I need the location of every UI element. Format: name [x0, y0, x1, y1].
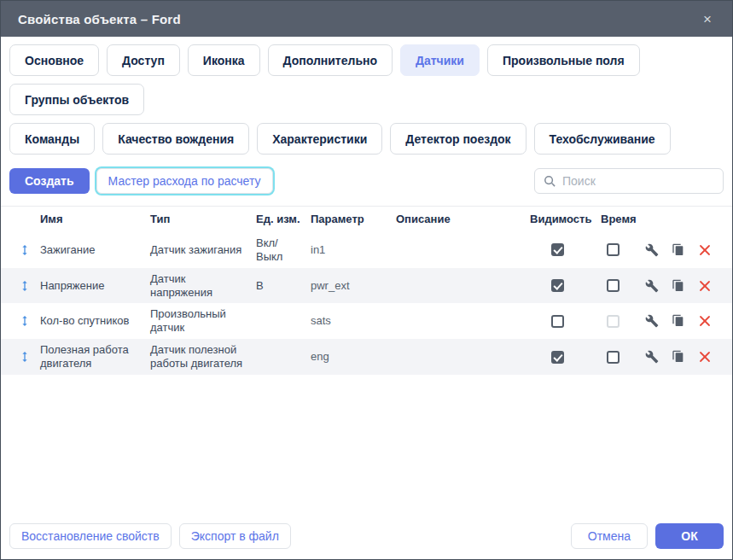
visibility-checkbox[interactable]: [551, 351, 564, 364]
sensor-param: pwr_ext: [311, 279, 396, 293]
tab-access[interactable]: Доступ: [107, 44, 180, 76]
restore-properties-button[interactable]: Восстановление свойств: [9, 523, 172, 549]
create-sensor-button[interactable]: Создать: [9, 168, 90, 194]
col-name: Имя: [40, 213, 150, 226]
sensor-type: Датчик полезной работы двигателя: [150, 343, 256, 370]
sensor-name: Напряжение: [40, 279, 150, 293]
sensors-table: Имя Тип Ед. изм. Параметр Описание Видим…: [1, 206, 732, 375]
table-row: Полезная работа двигателя Датчик полезно…: [1, 339, 732, 375]
search-input[interactable]: [562, 174, 714, 188]
export-to-file-button[interactable]: Экспорт в файл: [179, 523, 291, 549]
drag-handle-icon[interactable]: [9, 313, 40, 329]
visibility-checkbox[interactable]: [551, 243, 564, 256]
tab-icon[interactable]: Иконка: [188, 44, 260, 76]
sensor-param: sats: [311, 314, 396, 328]
edit-wrench-icon[interactable]: [645, 314, 659, 328]
copy-icon[interactable]: [672, 279, 685, 293]
search-box[interactable]: [534, 168, 724, 194]
col-param: Параметр: [311, 213, 396, 226]
drag-handle-icon[interactable]: [9, 349, 40, 365]
time-checkbox: [607, 315, 620, 328]
tab-unit-groups[interactable]: Группы объектов: [9, 84, 144, 115]
col-visibility: Видимость: [530, 213, 595, 226]
table-row: Зажигание Датчик зажигания Вкл/Выкл in1: [1, 232, 732, 268]
sensor-unit: В: [256, 279, 311, 293]
sensor-type: Датчик зажигания: [150, 243, 256, 257]
col-unit: Ед. изм.: [256, 213, 311, 226]
object-properties-dialog: Свойства объекта – Ford × Основное Досту…: [0, 0, 733, 560]
sensor-name: Кол-во спутников: [40, 314, 150, 328]
edit-wrench-icon[interactable]: [645, 279, 659, 293]
sensor-type: Датчик напряжения: [150, 272, 256, 300]
copy-icon[interactable]: [672, 314, 685, 328]
ok-button[interactable]: ОК: [655, 523, 724, 549]
cancel-button[interactable]: Отмена: [571, 523, 648, 549]
edit-wrench-icon[interactable]: [645, 243, 659, 257]
edit-wrench-icon[interactable]: [645, 350, 659, 364]
row-actions: [641, 279, 724, 293]
toolbar: Создать Мастер расхода по расчету: [1, 168, 732, 194]
sensor-unit: Вкл/Выкл: [256, 236, 311, 264]
tab-custom-fields[interactable]: Произвольные поля: [487, 44, 640, 76]
tab-eco-driving[interactable]: Качество вождения: [102, 123, 249, 155]
delete-icon[interactable]: [698, 279, 712, 293]
row-actions: [641, 243, 724, 257]
time-checkbox[interactable]: [607, 243, 620, 256]
dialog-title: Свойства объекта – Ford: [18, 12, 181, 26]
tab-maintenance[interactable]: Техобслуживание: [534, 123, 671, 155]
tab-advanced[interactable]: Дополнительно: [268, 44, 393, 76]
tab-trip-detector[interactable]: Детектор поездок: [390, 123, 526, 155]
tab-sensors[interactable]: Датчики: [400, 44, 480, 76]
table-row: Кол-во спутников Произвольный датчик sat…: [1, 303, 732, 339]
sensor-param: in1: [311, 243, 396, 257]
titlebar: Свойства объекта – Ford ×: [1, 1, 732, 37]
delete-icon[interactable]: [698, 350, 712, 364]
col-description: Описание: [396, 213, 530, 226]
visibility-checkbox[interactable]: [551, 279, 564, 292]
time-checkbox[interactable]: [607, 279, 620, 292]
tabs-row-1: Основное Доступ Иконка Дополнительно Дат…: [1, 44, 732, 115]
drag-handle-icon[interactable]: [9, 278, 40, 294]
tabs-row-2: Команды Качество вождения Характеристики…: [1, 123, 732, 155]
fuel-wizard-button[interactable]: Мастер расхода по расчету: [96, 168, 273, 194]
visibility-checkbox[interactable]: [551, 315, 564, 328]
table-row: Напряжение Датчик напряжения В pwr_ext: [1, 268, 732, 304]
col-time: Время: [595, 213, 641, 226]
copy-icon[interactable]: [672, 243, 685, 257]
delete-icon[interactable]: [698, 314, 712, 328]
sensor-type: Произвольный датчик: [150, 307, 256, 335]
col-type: Тип: [150, 213, 256, 226]
close-icon[interactable]: ×: [700, 9, 715, 30]
time-checkbox[interactable]: [607, 351, 620, 364]
sensor-name: Полезная работа двигателя: [40, 343, 150, 370]
tab-profile[interactable]: Характеристики: [257, 123, 382, 155]
row-actions: [641, 314, 724, 328]
row-actions: [641, 350, 724, 364]
sensor-param: eng: [311, 350, 396, 364]
search-icon: [544, 175, 556, 188]
delete-icon[interactable]: [698, 243, 712, 257]
tab-commands[interactable]: Команды: [9, 123, 95, 155]
footer: Восстановление свойств Экспорт в файл От…: [1, 523, 732, 549]
copy-icon[interactable]: [672, 350, 685, 364]
drag-handle-icon[interactable]: [9, 242, 40, 258]
table-header-row: Имя Тип Ед. изм. Параметр Описание Видим…: [1, 206, 732, 232]
sensor-name: Зажигание: [40, 243, 150, 257]
tab-main[interactable]: Основное: [9, 44, 99, 76]
